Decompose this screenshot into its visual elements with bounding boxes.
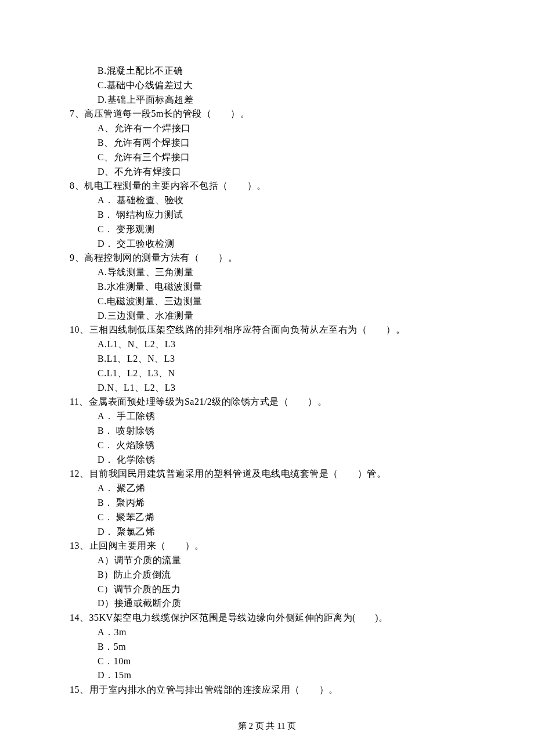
q7-stem: 7、高压管道每一段5m长的管段（ ）。 bbox=[70, 107, 464, 121]
page: B.混凝土配比不正确 C.基础中心线偏差过大 D.基础上平面标高超差 7、高压管… bbox=[0, 0, 534, 756]
q14-option-a: A．3m bbox=[70, 625, 464, 640]
q9-option-b: B.水准测量、电磁波测量 bbox=[70, 280, 464, 294]
q11-option-c: C． 火焰除锈 bbox=[70, 438, 464, 453]
q14-option-b: B．5m bbox=[70, 640, 464, 654]
q13-option-c: C）调节介质的压力 bbox=[70, 582, 464, 597]
q6-option-d: D.基础上平面标高超差 bbox=[70, 93, 464, 107]
q12-option-d: D． 聚氯乙烯 bbox=[70, 525, 464, 539]
q13-option-d: D）接通或截断介质 bbox=[70, 596, 464, 611]
q13-option-b: B）防止介质倒流 bbox=[70, 568, 464, 582]
q10-option-a: A.L1、N、L2、L3 bbox=[70, 337, 464, 352]
q7-option-d: D、不允许有焊接口 bbox=[70, 165, 464, 179]
q10-option-c: C.L1、L2、L3、N bbox=[70, 366, 464, 381]
q7-option-b: B、允许有两个焊接口 bbox=[70, 136, 464, 150]
q10-stem: 10、三相四线制低压架空线路的排列相序应符合面向负荷从左至右为（ ）。 bbox=[70, 323, 464, 337]
q11-stem: 11、金属表面预处理等级为Sa21/2级的除锈方式是（ ）。 bbox=[70, 395, 464, 409]
q11-option-a: A． 手工除锈 bbox=[70, 409, 464, 424]
q14-option-d: D．15m bbox=[70, 668, 464, 683]
q11-option-d: D． 化学除锈 bbox=[70, 453, 464, 467]
q12-stem: 12、目前我国民用建筑普遍采用的塑料管道及电线电缆套管是（ ）管。 bbox=[70, 467, 464, 481]
q8-option-d: D． 交工验收检测 bbox=[70, 237, 464, 251]
q12-option-c: C． 聚苯乙烯 bbox=[70, 510, 464, 525]
q6-option-c: C.基础中心线偏差过大 bbox=[70, 78, 464, 93]
q9-option-c: C.电磁波测量、三边测量 bbox=[70, 294, 464, 309]
q14-option-c: C．10m bbox=[70, 654, 464, 669]
q14-stem: 14、35KV架空电力线缆保护区范围是导线边缘向外侧延伸的距离为( )。 bbox=[70, 611, 464, 625]
q10-option-d: D.N、L1、L2、L3 bbox=[70, 381, 464, 395]
q9-option-d: D.三边测量、水准测量 bbox=[70, 309, 464, 323]
q12-option-a: A． 聚乙烯 bbox=[70, 481, 464, 496]
q13-option-a: A）调节介质的流量 bbox=[70, 553, 464, 568]
page-footer: 第 2 页 共 11 页 bbox=[0, 719, 534, 733]
q9-stem: 9、高程控制网的测量方法有（ ）。 bbox=[70, 251, 464, 265]
q7-option-c: C、允许有三个焊接口 bbox=[70, 150, 464, 165]
q8-option-b: B． 钢结构应力测试 bbox=[70, 208, 464, 222]
q8-option-c: C． 变形观测 bbox=[70, 222, 464, 237]
q10-option-b: B.L1、L2、N、L3 bbox=[70, 352, 464, 366]
q6-option-b: B.混凝土配比不正确 bbox=[70, 64, 464, 78]
q7-option-a: A、允许有一个焊接口 bbox=[70, 121, 464, 136]
q11-option-b: B． 喷射除锈 bbox=[70, 424, 464, 438]
content-body: B.混凝土配比不正确 C.基础中心线偏差过大 D.基础上平面标高超差 7、高压管… bbox=[70, 64, 464, 697]
q13-stem: 13、止回阀主要用来（ ）。 bbox=[70, 539, 464, 553]
q9-option-a: A.导线测量、三角测量 bbox=[70, 265, 464, 280]
q15-stem: 15、用于室内排水的立管与排出管端部的连接应采用（ ）。 bbox=[70, 683, 464, 697]
q8-stem: 8、机电工程测量的主要内容不包括（ ）。 bbox=[70, 179, 464, 193]
q12-option-b: B． 聚丙烯 bbox=[70, 496, 464, 510]
q8-option-a: A． 基础检查、验收 bbox=[70, 193, 464, 208]
